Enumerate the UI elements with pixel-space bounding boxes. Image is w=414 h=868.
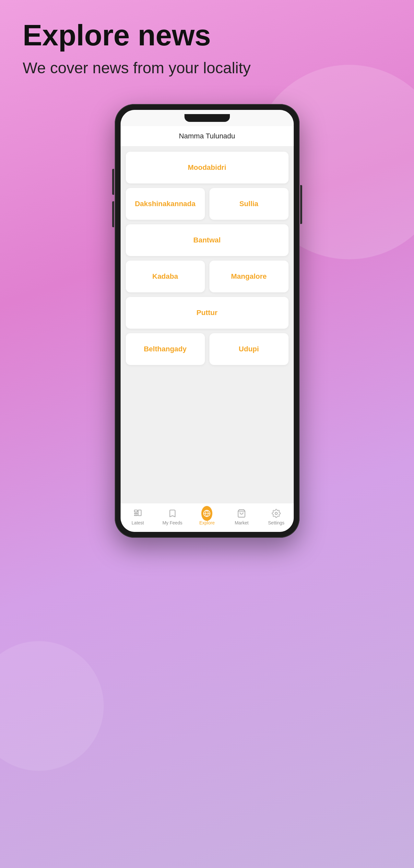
location-card-udupi[interactable]: Udupi — [209, 333, 289, 365]
location-card-kadaba[interactable]: Kadaba — [126, 260, 205, 292]
location-label: Sullia — [239, 200, 258, 208]
phone-frame: Namma Tulunadu Moodabidri Dakshinakannad… — [115, 104, 300, 538]
nav-item-explore[interactable]: Explore — [190, 508, 224, 525]
page-subtitle: We cover news from your locality — [23, 58, 391, 78]
location-grid: Moodabidri Dakshinakannada Sullia — [126, 152, 289, 365]
location-row-3: Bantwal — [126, 224, 289, 256]
location-card-belthangady[interactable]: Belthangady — [126, 333, 205, 365]
svg-rect-1 — [134, 513, 137, 514]
app-title: Namma Tulunadu — [179, 132, 235, 140]
location-row-2: Dakshinakannada Sullia — [126, 188, 289, 220]
app-content: Moodabidri Dakshinakannada Sullia — [121, 147, 294, 503]
nav-item-market[interactable]: Market — [224, 508, 259, 525]
location-row-1: Moodabidri — [126, 152, 289, 183]
phone-notch — [184, 114, 230, 122]
phone-screen: Namma Tulunadu Moodabidri Dakshinakannad… — [121, 110, 294, 532]
location-row-5: Puttur — [126, 297, 289, 329]
nav-item-settings[interactable]: Settings — [259, 508, 294, 525]
nav-label-explore: Explore — [199, 520, 215, 525]
myfeeds-icon — [167, 508, 178, 519]
location-label: Udupi — [239, 345, 259, 353]
phone-notch-area — [121, 110, 294, 126]
nav-item-myfeeds[interactable]: My Feeds — [155, 508, 190, 525]
nav-label-latest: Latest — [131, 520, 144, 525]
nav-label-market: Market — [235, 520, 249, 525]
settings-icon — [271, 508, 282, 519]
location-label: Belthangady — [144, 345, 186, 353]
location-row-4: Kadaba Mangalore — [126, 260, 289, 292]
location-card-mangalore[interactable]: Mangalore — [209, 260, 289, 292]
location-label: Bantwal — [193, 236, 220, 244]
explore-icon — [201, 508, 212, 519]
page-title: Explore news — [23, 20, 391, 52]
location-card-dakshinakannada[interactable]: Dakshinakannada — [126, 188, 205, 220]
location-label: Puttur — [197, 309, 217, 317]
svg-rect-3 — [138, 510, 141, 516]
location-card-puttur[interactable]: Puttur — [126, 297, 289, 329]
bottom-nav: Latest My Feeds — [121, 503, 294, 532]
svg-rect-2 — [134, 515, 137, 516]
latest-icon — [132, 508, 143, 519]
location-label: Moodabidri — [188, 163, 226, 172]
location-card-sullia[interactable]: Sullia — [209, 188, 289, 220]
location-card-bantwal[interactable]: Bantwal — [126, 224, 289, 256]
app-header: Namma Tulunadu — [121, 126, 294, 147]
svg-point-6 — [275, 513, 277, 515]
phone-mockup: Namma Tulunadu Moodabidri Dakshinakannad… — [0, 104, 414, 538]
nav-item-latest[interactable]: Latest — [121, 508, 155, 525]
market-icon — [236, 508, 247, 519]
location-label: Mangalore — [231, 272, 266, 281]
location-label: Kadaba — [152, 272, 178, 281]
location-label: Dakshinakannada — [135, 200, 196, 208]
location-card-moodabidri[interactable]: Moodabidri — [126, 152, 289, 183]
location-row-6: Belthangady Udupi — [126, 333, 289, 365]
nav-label-myfeeds: My Feeds — [162, 520, 182, 525]
svg-rect-0 — [134, 510, 137, 512]
nav-label-settings: Settings — [268, 520, 285, 525]
page-header: Explore news We cover news from your loc… — [0, 0, 414, 91]
